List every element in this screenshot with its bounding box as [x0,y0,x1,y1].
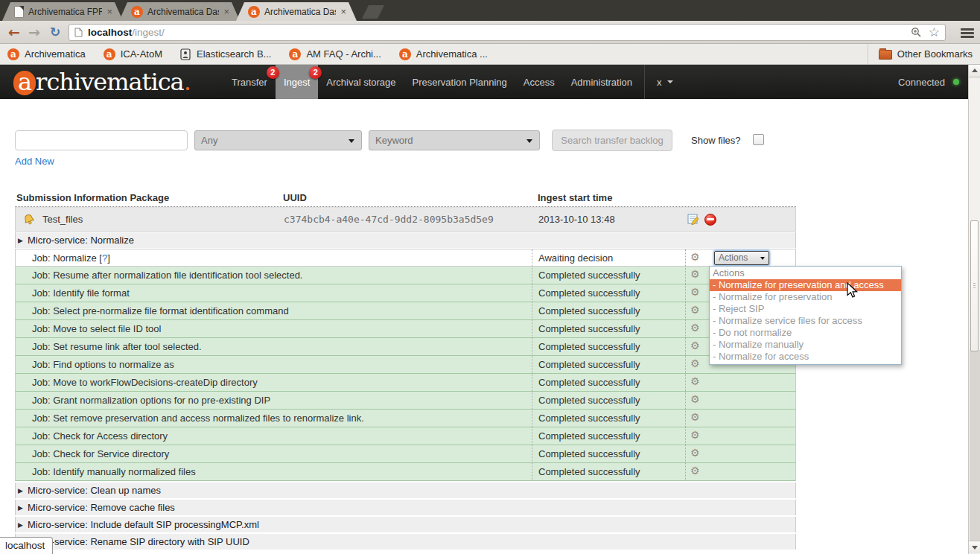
microservice-row[interactable]: Micro-service: Clean up names [15,483,796,498]
column-divider [685,338,686,355]
app-header: archivematica. Transfer2Ingest2Archival … [0,65,980,99]
job-name: Job: Normalize [?] [32,252,110,264]
browser-tab[interactable]: aArchivematica Dashboard [119,2,240,21]
nav-item-preservation-planning[interactable]: Preservation Planning [404,65,515,99]
scrollbar-down-arrow[interactable] [969,541,980,553]
column-divider [685,392,686,409]
column-divider [685,302,686,319]
job-status: Completed successfully [538,448,640,459]
column-divider [532,463,532,480]
other-bookmarks-label: Other Bookmarks [897,48,973,60]
scrollbar-thumb[interactable] [970,220,979,351]
gear-icon[interactable] [690,340,700,351]
column-divider [685,356,686,373]
microservice-row[interactable]: Micro-service: Remove cache files [15,500,796,515]
bookmark-item[interactable]: aArchivematica ... [399,48,488,60]
bookmark-star-icon[interactable] [929,26,940,39]
reload-button[interactable] [45,22,65,42]
scrollbar-track[interactable] [970,350,980,541]
connected-dot-icon [953,79,959,85]
column-divider [685,267,686,284]
nav-item-x[interactable]: x [644,65,687,99]
other-bookmarks[interactable]: Other Bookmarks [868,44,973,64]
gear-icon[interactable] [690,286,700,298]
gear-icon[interactable] [690,322,700,334]
select-caret-icon [349,139,354,143]
gear-icon[interactable] [690,357,700,369]
add-new-link[interactable]: Add New [15,156,54,167]
dropdown-option[interactable]: - Normalize service files for access [710,315,901,327]
gear-icon[interactable] [690,268,700,280]
job-row: Job: Move to select file ID toolComplete… [15,320,796,338]
microservice-row[interactable]: Micro-service: Include default SIP proce… [15,517,796,532]
column-divider [685,284,686,302]
search-transfer-backlog-button[interactable]: Search transfer backlog [552,130,672,151]
filter-field-select[interactable]: Any [194,130,362,150]
nav-item-administration[interactable]: Administration [563,65,640,99]
search-input[interactable] [15,130,188,150]
job-row: Job: Identify manually normalized filesC… [15,463,796,481]
job-name: Job: Check for Service directory [32,448,169,459]
archivematica-logo[interactable]: archivematica. [13,68,191,96]
dropdown-option[interactable]: - Normalize for access [710,351,901,363]
microservice-row-expanded[interactable]: Micro-service: Normalize [15,232,796,248]
nav-item-archival-storage[interactable]: Archival storage [318,65,404,99]
gear-icon[interactable] [690,429,700,441]
page-icon [14,6,24,18]
menu-button[interactable] [961,28,974,37]
dropdown-option[interactable]: - Normalize for preservation [710,291,901,303]
job-help-link[interactable]: ? [102,252,107,264]
gear-icon[interactable] [690,251,700,263]
browser-tab[interactable]: Archivematica FPR Server [2,2,123,21]
bookmark-item[interactable]: aArchivematica [7,48,86,60]
remove-sip-icon[interactable] [704,214,716,226]
column-divider [532,427,532,445]
scrollbar-up-arrow[interactable] [969,65,980,77]
tab-close-icon[interactable] [223,7,229,16]
edit-metadata-icon[interactable] [687,213,700,226]
column-divider [685,320,686,337]
gear-icon[interactable] [690,411,700,423]
archivematica-favicon: a [104,48,115,60]
dropdown-option[interactable]: - Normalize manually [710,339,901,351]
bookmark-item[interactable]: aAM FAQ - Archi... [289,48,381,60]
archivematica-favicon: a [7,48,19,60]
zoom-icon[interactable] [911,27,922,38]
forward-button[interactable] [25,22,44,42]
connection-status: Connected [898,65,959,99]
job-name: Job: Find options to normalize as [32,359,174,370]
gear-icon[interactable] [690,447,700,459]
column-divider [685,249,686,266]
microservice-row[interactable]: Micro-service: Rename SIP directory with… [15,534,796,550]
nav-item-access[interactable]: Access [515,65,563,99]
archivematica-favicon: a [248,6,260,18]
gear-icon[interactable] [690,465,700,477]
tab-close-icon[interactable] [106,7,112,16]
address-bar[interactable]: localhost/ingest/ [69,24,946,41]
nav-item-transfer[interactable]: Transfer2 [223,65,276,99]
show-files-checkbox[interactable] [753,134,764,145]
dropdown-option[interactable]: - Normalize for preservation and access [710,279,901,291]
browser-tab[interactable]: aArchivematica Dashboard [236,2,357,21]
nav-label: Preservation Planning [413,77,507,88]
gear-icon[interactable] [690,393,700,405]
dropdown-option[interactable]: - Reject SIP [710,303,901,315]
browser-toolbar: localhost/ingest/ [0,21,980,44]
page-scrollbar[interactable] [968,65,980,554]
filter-type-select[interactable]: Keyword [369,130,540,150]
bookmark-item[interactable]: aICA-AtoM [104,48,162,60]
actions-select[interactable]: Actions [714,251,769,265]
gear-icon[interactable] [690,304,700,316]
tab-close-icon[interactable] [340,7,346,16]
job-name: Job: Set resume link after tool selected… [32,341,202,352]
back-button[interactable] [4,22,24,42]
dropdown-option[interactable]: - Do not normalize [710,327,901,339]
nav-item-ingest[interactable]: Ingest2 [276,65,318,99]
gear-icon[interactable] [690,375,700,387]
job-row: Job: Resume after normalization file ide… [15,267,796,284]
bookmark-item[interactable]: Elasticsearch B... [180,48,271,60]
job-name: Job: Set remove preservation and access … [32,413,364,424]
column-header-uuid: UUID [283,192,307,203]
new-tab-button[interactable] [362,5,384,19]
dropdown-option[interactable]: Actions [710,267,901,279]
